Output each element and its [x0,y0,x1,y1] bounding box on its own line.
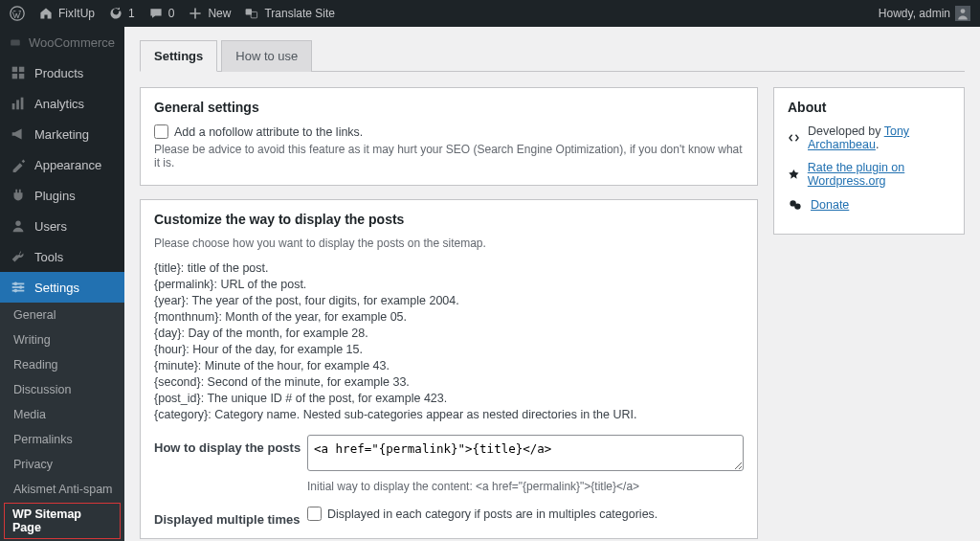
menu-label: WooCommerce [29,35,115,50]
about-heading: About [788,100,950,115]
general-settings-panel: General settings Add a nofollow attribut… [140,87,758,186]
multi-check-label: Displayed in each category if posts are … [327,507,657,521]
menu-label: Plugins [34,189,76,203]
placeholder-item: {permalink}: URL of the post. [154,278,744,291]
home-icon [38,6,54,21]
about-panel: About Developed by Tony Archambeau. Rate… [773,87,965,235]
svg-rect-5 [11,40,20,46]
svg-point-4 [961,9,966,13]
menu-label: Settings [34,281,79,295]
menu-woo[interactable]: WooCommerce [0,27,124,57]
admin-sidebar: WooCommerceProductsAnalyticsMarketingApp… [0,27,124,541]
placeholder-item: {year}: The year of the post, four digit… [154,294,744,307]
comments-count: 0 [168,7,175,20]
placeholder-item: {category}: Category name. Nested sub-ca… [154,408,744,421]
avatar-icon [955,6,970,21]
multi-checkbox[interactable] [307,507,322,521]
howto-hint: Initial way to display the content: <a h… [307,480,744,493]
placeholder-item: {day}: Day of the month, for example 28. [154,327,744,340]
translate-icon [244,6,259,21]
admin-bar-left: FixItUp 1 0 New Translate Site [10,6,335,21]
new-link[interactable]: New [188,6,231,21]
placeholder-item: {title}: title of the post. [154,261,744,275]
submenu-permalinks[interactable]: Permalinks [0,427,124,452]
submenu-discussion[interactable]: Discussion [0,377,124,402]
svg-rect-2 [252,11,257,17]
menu-label: Marketing [34,127,89,142]
menu-users[interactable]: Users [0,211,124,241]
updates-count: 1 [128,7,135,20]
menu-label: Tools [34,250,63,264]
customize-panel: Customize the way to display the posts P… [140,199,758,539]
products-icon [10,64,27,81]
menu-appearance[interactable]: Appearance [0,149,124,180]
menu-analytics[interactable]: Analytics [0,88,124,119]
plus-icon [188,6,203,21]
general-heading: General settings [154,100,744,115]
admin-bar-right: Howdy, admin [879,6,970,21]
svg-rect-8 [12,74,17,79]
nofollow-label: Add a nofollow attribute to the links. [174,125,363,139]
submenu-privacy[interactable]: Privacy [0,452,124,477]
submenu-media[interactable]: Media [0,402,124,427]
tools-icon [10,248,27,265]
svg-point-18 [19,285,23,289]
howto-label: How to display the posts [154,435,307,455]
donate-link[interactable]: Donate [811,198,849,212]
howdy-text: Howdy, admin [879,7,950,20]
submenu-writing[interactable]: Writing [0,327,124,352]
rate-link[interactable]: Rate the plugin on Wordpress.org [808,161,950,188]
customize-heading: Customize the way to display the posts [154,212,744,227]
svg-rect-6 [12,67,17,72]
star-icon [788,167,800,182]
new-label: New [208,7,231,20]
site-name-link[interactable]: FixItUp [38,6,95,21]
svg-point-19 [14,289,18,293]
updates-link[interactable]: 1 [108,6,135,21]
menu-settings[interactable]: Settings [0,272,124,303]
menu-label: Appearance [34,158,101,172]
nofollow-checkbox[interactable] [154,124,168,139]
donate-icon [788,197,803,213]
menu-label: Products [34,66,83,80]
placeholder-item: {hour}: Hour of the day, for example 15. [154,343,744,356]
woo-icon [10,34,21,51]
comment-icon [148,6,164,21]
wordpress-icon [10,6,25,21]
appearance-icon [10,156,27,173]
site-name: FixItUp [58,7,95,20]
customize-intro: Please choose how you want to display th… [154,237,744,250]
menu-marketing[interactable]: Marketing [0,119,124,149]
tab-how-to-use[interactable]: How to use [221,40,312,72]
users-icon [10,217,27,235]
svg-point-0 [11,7,24,20]
analytics-icon [10,95,27,112]
submenu-akismet-anti-spam[interactable]: Akismet Anti-spam [0,477,124,502]
submenu-general[interactable]: General [0,303,124,327]
svg-rect-12 [21,98,24,110]
multi-label: Displayed multiple times [154,507,307,527]
svg-point-24 [794,203,800,209]
menu-tools[interactable]: Tools [0,241,124,272]
submenu-reading[interactable]: Reading [0,352,124,377]
marketing-icon [10,125,27,143]
menu-plugins[interactable]: Plugins [0,180,124,211]
submenu-wp-sitemap-page[interactable]: WP Sitemap Page [4,503,121,539]
placeholder-item: {minute}: Minute of the hour, for exampl… [154,359,744,372]
svg-rect-10 [12,103,15,109]
howto-textarea[interactable] [307,435,744,471]
translate-link[interactable]: Translate Site [244,6,335,21]
settings-icon [10,279,27,296]
menu-products[interactable]: Products [0,57,124,88]
comments-link[interactable]: 0 [148,6,175,21]
nofollow-hint: Please be advice to avoid this feature a… [154,143,744,169]
translate-label: Translate Site [264,7,335,20]
wp-logo[interactable] [10,6,25,21]
tab-settings[interactable]: Settings [140,40,217,72]
developed-by: Developed by Tony Archambeau. [808,124,950,151]
svg-rect-7 [19,67,24,72]
svg-rect-9 [19,74,24,79]
svg-point-13 [15,221,20,226]
account-link[interactable]: Howdy, admin [879,6,970,21]
update-icon [108,6,123,21]
